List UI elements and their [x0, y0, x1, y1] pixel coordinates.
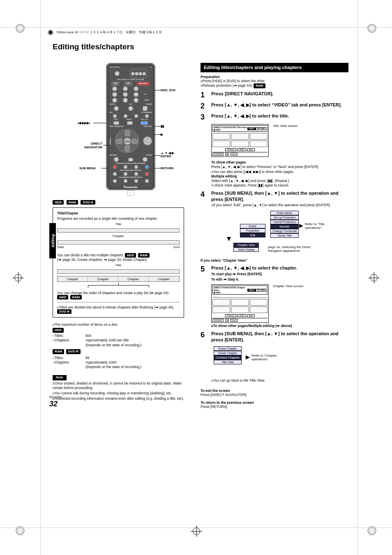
label-play-icon: ▶ — [161, 133, 163, 136]
section-bar: Editing titles/chapters and playing chap… — [201, 63, 348, 72]
label-skip-icon: I◀◀ ▶▶I — [78, 121, 90, 125]
down-arrow-icon — [227, 237, 231, 241]
note-label: Note — [53, 375, 67, 380]
remote-enter: ENTER — [124, 138, 131, 145]
step6: Press [SUB MENU], then [▲, ▼] to select … — [211, 331, 348, 343]
label-direct-navigator: DIRECTNAVIGATOR — [77, 142, 102, 149]
arrow-icon — [299, 224, 303, 228]
remote-power-label: DVD POWER — [109, 66, 120, 68]
label-return: RETURN — [161, 166, 173, 170]
step1: Press [DIRECT NAVIGATOR]. — [211, 91, 348, 99]
cross-mark-left — [12, 272, 24, 283]
disc-badges: HDD RAM DVD-R — [53, 198, 184, 205]
title-submenu: Erase Properties Edit Chapter View Table… — [225, 211, 324, 256]
exit-heading: To exit the screen — [201, 389, 348, 393]
preparation-heading: Preparation — [201, 75, 348, 79]
remote-functions-btn — [143, 136, 152, 145]
reg-mark-tr — [367, 24, 376, 33]
tc-divide-text: You can divide a title into multiple cha… — [57, 253, 124, 257]
tc-finalize-text: ≥Titles are divided into about 5-minute … — [57, 305, 174, 309]
title-chapter-box: Title/Chapter Programs are recorded as a… — [53, 207, 184, 318]
remote-audio: AUDIO — [145, 99, 149, 101]
tc-line1: Programs are recorded as a single title … — [57, 216, 180, 221]
return-text: Press [RETURN]. — [201, 405, 348, 409]
ref-chapter-ops: Refer to “Chapter operations”. — [251, 354, 284, 361]
remote-input-select: INPUT SELECT TV/VIDEO CH VOLUME — [109, 79, 152, 81]
if-chapter-heading: If you select “Chapter View” — [201, 258, 348, 263]
book-header-text: 7392en.book 32 ページ ２００４年４月２７日 火曜日 午後５時３０… — [56, 30, 162, 35]
remote-power-btn — [115, 71, 120, 76]
remote-hdd-btn: HDD — [112, 82, 119, 85]
tc-divide-refs: (➡ page 26, Create chapters, ➡ page 33, … — [57, 258, 180, 262]
ref-title-ops: Refer to “Title operations”. — [305, 222, 330, 230]
reg-mark-tl — [16, 24, 25, 33]
exit-text: Press [DIRECT NAVIGATOR]. — [201, 393, 348, 397]
ref-navigator: page 24, Switching the Direct Navigator … — [268, 245, 324, 253]
title-screen-label: Title View screen — [273, 124, 297, 158]
label-sub-menu: SUB MENU — [79, 166, 96, 170]
max-items: ≥The maximum number of items on a disc H… — [53, 322, 184, 369]
chapter-submenu: Erase Chapter Divide Chapter Combine Cha… — [211, 346, 293, 375]
remote-showview-btn: ShowView — [137, 82, 149, 85]
step2: Press [▲, ▼, ◀, ▶] to select “VIDEO” tab… — [211, 102, 348, 111]
page-number: 32 — [49, 400, 58, 408]
prep-line1: ≥Press [HDD] or [DVD] to select the driv… — [201, 79, 348, 83]
prep-line2: ≥Release protection (➡ page 44). — [201, 83, 253, 88]
chap-note: ≥You can go back to the Title View. — [211, 378, 348, 383]
tc-start: Start — [57, 245, 64, 249]
tc-heading: Title/Chapter — [57, 211, 180, 215]
label-hdd-dvd: HDD, DVD — [161, 88, 175, 92]
title-view-screen: DIRECT NAVIGATOR Title View▮ HDD VIDEOPI… — [211, 124, 269, 157]
label-arrows-enter: ▲ ▼ ◀ ▶ENTER — [161, 152, 174, 159]
return-heading: To return to the previous screen — [201, 401, 348, 405]
cross-mark-bottom — [191, 525, 202, 537]
tc-end: End — [174, 245, 180, 249]
tc-playlist-text: You can change the order of chapters and… — [57, 291, 169, 295]
step5-note: ≥To show other pages/Multiple editing (➡… — [211, 324, 348, 328]
reg-mark-br — [367, 526, 376, 535]
remote-cancel: CANCEL — [109, 104, 115, 105]
remote-diagram: I◀◀ ▶▶I DIRECTNAVIGATOR SUB MENU HDD, DV… — [92, 63, 145, 190]
remote-brand: Panasonic — [109, 185, 152, 189]
rqt-code: RQT7392 — [49, 396, 62, 398]
side-tab: Editing — [49, 223, 56, 258]
step4: Press [SUB MENU], then [▲, ▼] to select … — [211, 191, 339, 202]
page-title: Editing titles/chapters — [53, 42, 348, 51]
step3: Press [▲, ▼, ◀, ▶] to select the title. — [211, 113, 348, 122]
label-pause-icon: ▮▮ — [161, 124, 164, 128]
remote-dvd-btn: DVD — [125, 82, 132, 85]
remote-tv-label: TV — [150, 66, 152, 68]
pages-block: To show other pages Press [▲, ▼, ◀, ▶] t… — [211, 160, 348, 187]
chapter-screen-label: Chapter View screen — [273, 284, 303, 324]
step5: Press [▲, ▼, ◀, ▶] to select the chapter… — [211, 265, 297, 270]
remote-dpad: ENTER — [115, 129, 139, 153]
step4-sub: ≥If you select “Edit”, press [▲, ▼] to s… — [211, 203, 348, 207]
note-block: Note ≥Once erased, divided or shortened,… — [53, 375, 184, 401]
reg-mark-bl — [16, 526, 25, 535]
book-header: 7392en.book 32 ページ ２００４年４月２７日 火曜日 午後５時３０… — [48, 30, 162, 35]
arrow-icon — [246, 355, 250, 359]
chapter-view-screen: DIRECT NAVIGATOR Chapter View▮ HDD VIDEO… — [211, 284, 269, 323]
cross-mark-right — [368, 272, 380, 283]
